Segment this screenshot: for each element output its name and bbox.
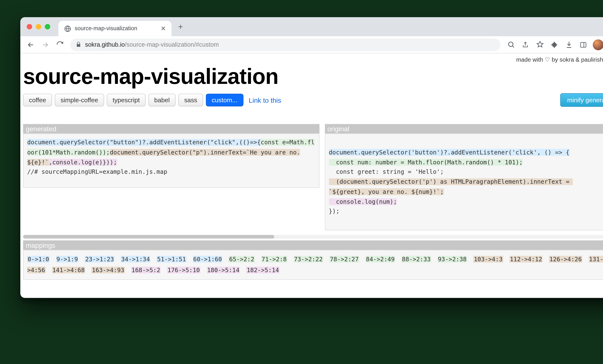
code-token: ("button")?. xyxy=(106,139,149,146)
made-with-authors: by sokra & paulirish. xyxy=(550,56,603,63)
titlebar: source-map-visualization ✕ + xyxy=(20,17,603,36)
sidepanel-icon[interactable] xyxy=(576,38,590,51)
tab-title: source-map-visualization xyxy=(75,25,156,32)
tab-coffee[interactable]: coffee xyxy=(23,94,52,106)
close-tab-button[interactable]: ✕ xyxy=(160,25,167,32)
code-token: document. xyxy=(27,139,59,146)
lock-icon xyxy=(76,42,81,47)
address-bar[interactable]: sokra.github.io/source-map-visualization… xyxy=(70,38,500,51)
code-token: }); xyxy=(329,208,340,215)
code-token: document. xyxy=(329,149,361,156)
code-token: ('p') as HTMLParagraphElement). xyxy=(419,178,530,185)
mapping-token[interactable]: 176->5:10 xyxy=(167,267,200,273)
code-token: ("click",(()=>{ xyxy=(207,139,261,146)
code-token: greet xyxy=(339,188,357,195)
mapping-token[interactable]: 180->5:14 xyxy=(207,267,240,273)
mapping-token[interactable]: 65->2:2 xyxy=(229,256,255,262)
code-token: }, you are no. xyxy=(358,188,411,195)
maximize-window-button[interactable] xyxy=(45,24,50,29)
mapping-token[interactable]: 163->4:93 xyxy=(92,267,125,273)
mapping-token[interactable]: 78->2:27 xyxy=(330,256,359,262)
mapping-token[interactable]: 73->2:22 xyxy=(293,256,323,262)
code-token: ( xyxy=(38,149,42,156)
code-token: ("p"). xyxy=(189,149,210,156)
mapping-token[interactable]: 9->1:9 xyxy=(56,256,79,262)
mapping-token[interactable]: 126->4:26 xyxy=(549,256,582,262)
browser-tab[interactable]: source-map-visualization ✕ xyxy=(58,21,172,36)
tab-sass[interactable]: sass xyxy=(178,94,203,106)
original-code[interactable]: document.querySelector('button')?.addEve… xyxy=(325,134,603,231)
mappings-list[interactable]: 0->1:09->1:923->1:2334->1:3451->1:5160->… xyxy=(23,250,603,280)
tab-typescript[interactable]: typescript xyxy=(107,94,146,106)
mapping-token[interactable]: 34->1:34 xyxy=(121,256,151,262)
tab-simple-coffee[interactable]: simple-coffee xyxy=(55,94,104,106)
close-window-button[interactable] xyxy=(27,24,32,29)
mapping-token[interactable]: 112->4:12 xyxy=(510,256,543,262)
code-token: Math. xyxy=(290,139,307,146)
generated-code[interactable]: document.querySelector("button")?.addEve… xyxy=(23,134,319,188)
code-token: querySelector xyxy=(59,139,106,146)
code-token: { xyxy=(566,149,569,156)
tab-babel[interactable]: babel xyxy=(148,94,176,106)
mapping-token[interactable]: 103->4:3 xyxy=(474,256,503,262)
tab-custom[interactable]: custom... xyxy=(206,94,243,106)
mapping-token[interactable]: 60->1:60 xyxy=(193,256,222,262)
extensions-icon[interactable] xyxy=(547,38,561,51)
mapping-token[interactable]: 141->4:68 xyxy=(52,267,85,273)
back-button[interactable] xyxy=(24,38,37,51)
link-to-this[interactable]: Link to this xyxy=(249,96,281,104)
mapping-token[interactable]: 93->2:38 xyxy=(438,256,467,262)
url-text: sokra.github.io/source-map-visualization… xyxy=(85,41,219,48)
code-token: const xyxy=(329,159,358,165)
new-tab-button[interactable]: + xyxy=(174,20,187,33)
code-token: addEventListener xyxy=(149,139,207,146)
minify-generated-button[interactable]: minify generated xyxy=(560,93,603,107)
horizontal-scrollbar[interactable] xyxy=(23,235,603,239)
code-token: }!` xyxy=(429,188,440,195)
code-token: }!` xyxy=(38,159,49,165)
code-token: ); xyxy=(390,198,397,205)
bookmark-star-icon[interactable] xyxy=(533,38,546,51)
search-icon[interactable] xyxy=(504,38,518,51)
mappings-panel: mappings 0->1:09->1:923->1:2334->1:3451-… xyxy=(23,240,603,280)
code-token: random xyxy=(465,159,487,165)
mapping-token[interactable]: 84->2:49 xyxy=(366,256,395,262)
page-title: source-map-visualization xyxy=(23,64,603,89)
code-token: innerText xyxy=(530,178,562,185)
minimize-window-button[interactable] xyxy=(36,24,41,29)
code-token: = xyxy=(397,159,408,165)
share-icon[interactable] xyxy=(518,38,532,51)
code-token: num xyxy=(379,198,390,205)
code-token: console. xyxy=(52,159,81,165)
svg-point-1 xyxy=(508,42,513,47)
url-host: sokra.github.io xyxy=(85,41,125,48)
code-token: const greet: string = 'Hello'; xyxy=(329,168,444,175)
code-token: querySelector xyxy=(142,149,189,156)
mapping-token[interactable]: 168->5:2 xyxy=(131,267,161,273)
source-mapping-comment: //# sourceMappingURL=example.min.js.map xyxy=(27,168,167,175)
code-token: ${ xyxy=(332,188,340,195)
code-token: log( xyxy=(81,159,95,165)
mapping-token[interactable]: 51->1:51 xyxy=(157,256,186,262)
heart-icon: ♡ xyxy=(545,56,550,63)
mapping-token[interactable]: 88->2:33 xyxy=(402,256,431,262)
globe-icon xyxy=(64,25,71,32)
code-token xyxy=(329,198,336,205)
mapping-token[interactable]: 182->5:14 xyxy=(246,267,279,273)
downloads-icon[interactable] xyxy=(562,38,575,51)
mapping-token[interactable]: 23->1:23 xyxy=(85,256,115,262)
reload-button[interactable] xyxy=(53,38,66,51)
code-token: document. xyxy=(110,149,142,156)
credits-line: made with ♡ by sokra & paulirish. repo xyxy=(23,56,603,63)
code-token: ` xyxy=(329,188,332,195)
mapping-token[interactable]: 71->2:8 xyxy=(261,256,287,262)
scrollbar-thumb[interactable] xyxy=(23,235,274,239)
svg-rect-2 xyxy=(580,42,586,47)
profile-avatar[interactable] xyxy=(593,39,603,50)
mapping-token[interactable]: 0->1:0 xyxy=(27,256,49,262)
code-token: num xyxy=(419,188,429,195)
url-path: /source-map-visualization/#custom xyxy=(125,41,219,48)
browser-toolbar: sokra.github.io/source-map-visualization… xyxy=(20,36,603,53)
forward-button[interactable] xyxy=(38,38,52,51)
original-panel: original document.querySelector('button'… xyxy=(325,124,603,230)
